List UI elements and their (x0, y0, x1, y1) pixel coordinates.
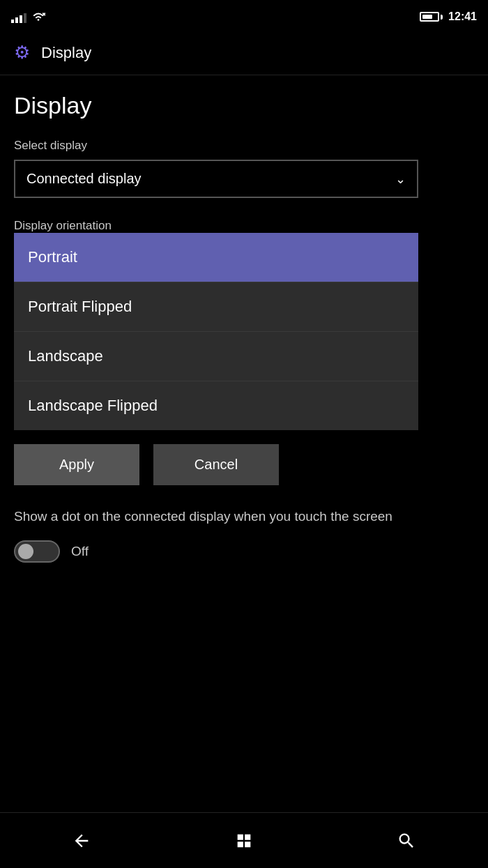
apply-button[interactable]: Apply (14, 444, 139, 485)
orientation-option-portrait[interactable]: Portrait (14, 233, 418, 282)
dropdown-selected-value: Connected display (26, 171, 142, 187)
toggle-row: Off (14, 540, 474, 563)
touch-dot-description: Show a dot on the connected display when… (14, 508, 460, 526)
home-button[interactable] (227, 824, 261, 858)
wifi-icon (31, 11, 46, 22)
main-content: Display Select display Connected display… (0, 75, 488, 233)
header: ⚙ Display (0, 33, 488, 75)
page-title: Display (14, 92, 474, 119)
display-dropdown[interactable]: Connected display ⌄ (14, 160, 474, 198)
header-title: Display (41, 44, 91, 62)
status-left (11, 10, 46, 23)
orientation-label: Display orientation (14, 219, 474, 233)
orientation-option-portrait-flipped[interactable]: Portrait Flipped (14, 282, 418, 332)
signal-icon (11, 10, 26, 23)
back-button[interactable] (65, 824, 98, 858)
dropdown-box[interactable]: Connected display ⌄ (14, 160, 418, 198)
action-buttons: Apply Cancel (0, 430, 488, 485)
battery-icon (420, 12, 443, 22)
status-right: 12:41 (420, 10, 477, 23)
select-display-label: Select display (14, 139, 474, 153)
orientation-option-landscape[interactable]: Landscape (14, 332, 418, 381)
toggle-knob (18, 544, 33, 559)
cancel-button[interactable]: Cancel (153, 444, 279, 485)
search-button[interactable] (390, 824, 423, 858)
bottom-nav (0, 812, 488, 868)
status-bar: 12:41 (0, 0, 488, 33)
settings-icon: ⚙ (14, 42, 30, 63)
clock: 12:41 (448, 10, 477, 23)
dropdown-arrow-icon: ⌄ (395, 172, 406, 187)
toggle-state-label: Off (71, 544, 89, 559)
touch-dot-toggle[interactable] (14, 540, 60, 563)
touch-section: Show a dot on the connected display when… (0, 485, 488, 563)
orientation-dropdown-list: Portrait Portrait Flipped Landscape Land… (14, 233, 418, 430)
orientation-option-landscape-flipped[interactable]: Landscape Flipped (14, 381, 418, 430)
